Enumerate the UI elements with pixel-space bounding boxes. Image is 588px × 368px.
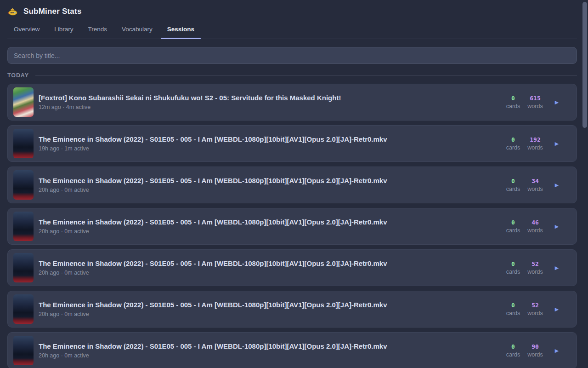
play-icon: ▶: [555, 99, 559, 105]
session-meta: 20h ago · 0m active: [39, 352, 502, 359]
words-label: words: [524, 351, 546, 358]
section-header-today: TODAY: [7, 72, 577, 79]
words-stat: 192 words: [524, 136, 546, 151]
play-icon: ▶: [555, 141, 559, 146]
session-thumbnail: [13, 336, 34, 365]
cards-stat: 0 cards: [502, 260, 524, 275]
session-meta: 20h ago · 0m active: [39, 228, 502, 235]
cards-stat: 0 cards: [502, 178, 524, 192]
session-card[interactable]: The Eminence in Shadow (2022) - S01E05 -…: [7, 167, 577, 203]
cards-count: 0: [502, 178, 524, 184]
tab-library[interactable]: Library: [48, 21, 79, 39]
tab-bar: Overview Library Trends Vocabulary Sessi…: [7, 21, 577, 39]
play-button[interactable]: ▶: [550, 345, 564, 356]
cards-count: 0: [502, 260, 524, 267]
session-thumbnail: [13, 170, 34, 200]
session-card[interactable]: The Eminence in Shadow (2022) - S01E05 -…: [7, 332, 577, 368]
play-button[interactable]: ▶: [550, 221, 564, 232]
play-button[interactable]: ▶: [550, 262, 564, 274]
session-card[interactable]: The Eminence in Shadow (2022) - S01E05 -…: [7, 125, 577, 162]
session-meta: 20h ago · 0m active: [39, 187, 502, 193]
tab-vocabulary[interactable]: Vocabulary: [115, 21, 159, 39]
session-meta: 20h ago · 0m active: [39, 311, 502, 317]
cards-label: cards: [502, 144, 524, 151]
words-stat: 46 words: [524, 219, 546, 234]
session-thumbnail: [13, 212, 34, 241]
play-button[interactable]: ▶: [550, 304, 564, 315]
cards-count: 0: [502, 219, 524, 226]
session-title: The Eminence in Shadow (2022) - S01E05 -…: [39, 218, 502, 226]
session-title: The Eminence in Shadow (2022) - S01E05 -…: [39, 301, 502, 309]
words-count: 34: [524, 178, 546, 184]
words-count: 52: [524, 260, 546, 267]
cards-count: 0: [502, 136, 524, 143]
tab-sessions[interactable]: Sessions: [161, 21, 201, 39]
session-list: [Foxtrot] Kono Subarashii Sekai ni Shuku…: [7, 84, 577, 368]
cards-stat: 0 cards: [502, 219, 524, 234]
search-input[interactable]: [7, 47, 577, 64]
words-label: words: [524, 186, 546, 192]
words-stat: 52 words: [524, 260, 546, 275]
play-icon: ▶: [555, 306, 559, 312]
session-thumbnail: [13, 253, 34, 282]
words-stat: 615 words: [524, 95, 546, 109]
words-count: 192: [524, 136, 546, 143]
session-meta: 20h ago · 0m active: [39, 270, 502, 276]
cards-stat: 0 cards: [502, 136, 524, 151]
words-count: 90: [524, 343, 546, 350]
play-button[interactable]: ▶: [550, 179, 564, 191]
play-button[interactable]: ▶: [550, 97, 564, 108]
session-meta: 12m ago · 4m active: [39, 104, 502, 110]
cards-count: 0: [502, 302, 524, 309]
play-button[interactable]: ▶: [550, 138, 564, 150]
words-stat: 52 words: [524, 302, 546, 316]
page: SubMiner Stats Overview Library Trends V…: [0, 0, 588, 368]
cards-stat: 0 cards: [502, 302, 524, 316]
play-icon: ▶: [555, 224, 559, 229]
cards-label: cards: [502, 103, 524, 109]
session-title: The Eminence in Shadow (2022) - S01E05 -…: [39, 135, 502, 143]
cards-stat: 0 cards: [502, 343, 524, 358]
session-thumbnail: [13, 294, 34, 324]
cards-count: 0: [502, 95, 524, 102]
play-icon: ▶: [555, 348, 559, 353]
session-card[interactable]: The Eminence in Shadow (2022) - S01E05 -…: [7, 208, 577, 245]
play-icon: ▶: [555, 265, 559, 270]
session-thumbnail: [13, 129, 34, 158]
submarine-icon: [7, 6, 17, 17]
scrollbar-thumb[interactable]: [582, 2, 587, 128]
cards-stat: 0 cards: [502, 95, 524, 109]
words-label: words: [524, 310, 546, 316]
cards-label: cards: [502, 351, 524, 358]
cards-label: cards: [502, 186, 524, 192]
app-header: SubMiner Stats: [7, 0, 577, 17]
words-count: 615: [524, 95, 546, 102]
section-divider: [35, 75, 577, 76]
section-label: TODAY: [7, 72, 29, 79]
session-title: The Eminence in Shadow (2022) - S01E05 -…: [39, 342, 502, 350]
words-stat: 34 words: [524, 178, 546, 192]
page-title: SubMiner Stats: [23, 7, 82, 16]
session-title: [Foxtrot] Kono Subarashii Sekai ni Shuku…: [39, 94, 502, 102]
cards-label: cards: [502, 269, 524, 275]
words-count: 46: [524, 219, 546, 226]
session-meta: 19h ago · 1m active: [39, 145, 502, 152]
session-card[interactable]: The Eminence in Shadow (2022) - S01E05 -…: [7, 249, 577, 286]
cards-label: cards: [502, 227, 524, 234]
tab-trends[interactable]: Trends: [82, 21, 114, 39]
tab-overview[interactable]: Overview: [7, 21, 46, 39]
session-thumbnail: [13, 87, 34, 117]
cards-count: 0: [502, 343, 524, 350]
words-label: words: [524, 227, 546, 234]
words-label: words: [524, 103, 546, 109]
session-card[interactable]: [Foxtrot] Kono Subarashii Sekai ni Shuku…: [7, 84, 577, 121]
words-stat: 90 words: [524, 343, 546, 358]
cards-label: cards: [502, 310, 524, 316]
session-title: The Eminence in Shadow (2022) - S01E05 -…: [39, 259, 502, 267]
words-label: words: [524, 269, 546, 275]
words-count: 52: [524, 302, 546, 309]
session-card[interactable]: The Eminence in Shadow (2022) - S01E05 -…: [7, 291, 577, 328]
session-title: The Eminence in Shadow (2022) - S01E05 -…: [39, 177, 502, 184]
words-label: words: [524, 144, 546, 151]
play-icon: ▶: [555, 182, 559, 188]
